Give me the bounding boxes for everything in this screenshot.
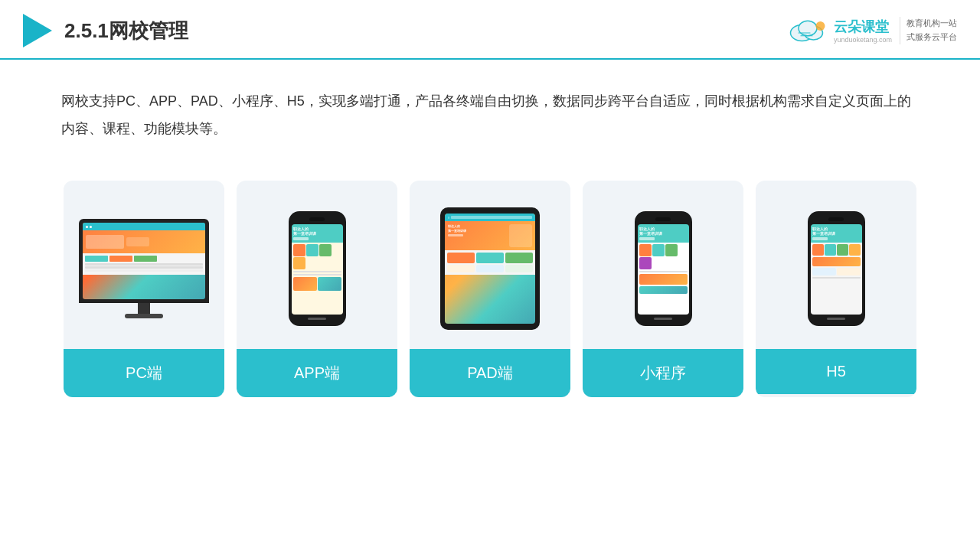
phone-notch — [309, 217, 325, 221]
card-pad-label: PAD端 — [410, 349, 570, 397]
tablet-body: ≡ 职达人的第一堂培训课 — [440, 207, 540, 330]
monitor-body — [79, 219, 209, 303]
phone-body: 职达人的第一堂培训课 — [289, 211, 346, 326]
card-miniprogram-label: 小程序 — [583, 349, 743, 397]
phone-screen-2: 职达人的第一堂培训课 — [638, 224, 689, 315]
card-app-label: APP端 — [237, 349, 397, 397]
phone-notch-2 — [655, 217, 671, 221]
card-pc-label: PC端 — [64, 349, 224, 397]
card-miniprogram-image: 职达人的第一堂培训课 — [583, 181, 743, 349]
phone-body-3: 职达人的第一堂培训课 — [808, 211, 865, 326]
card-h5-image: 职达人的第一堂培训课 — [756, 181, 916, 349]
miniprogram-phone-mockup: 职达人的第一堂培训课 — [635, 211, 692, 326]
brand-tagline: 教育机构一站式服务云平台 — [900, 17, 957, 44]
phone-notch-3 — [828, 217, 844, 221]
description-text: 网校支持PC、APP、PAD、小程序、H5，实现多端打通，产品各终端自由切换，数… — [0, 60, 980, 158]
card-pad-image: ≡ 职达人的第一堂培训课 — [410, 181, 570, 349]
brand-name: 云朵课堂 — [834, 18, 892, 36]
card-app: 职达人的第一堂培训课 — [237, 181, 397, 397]
phone-home-bar-3 — [827, 318, 845, 320]
phone-home-bar-2 — [654, 318, 672, 320]
phone-home-bar — [308, 318, 326, 320]
pad-tablet-mockup: ≡ 职达人的第一堂培训课 — [440, 207, 540, 330]
phone-screen: 职达人的第一堂培训课 — [292, 224, 343, 315]
svg-point-3 — [815, 21, 825, 31]
logo-triangle-icon — [23, 14, 52, 47]
card-app-image: 职达人的第一堂培训课 — [237, 181, 397, 349]
card-pc: PC端 — [64, 181, 224, 397]
cards-container: PC端 职达人的第一堂培训课 — [0, 158, 980, 420]
pc-monitor-mockup — [79, 219, 209, 318]
brand-area: 云朵课堂 yunduoketang.com 教育机构一站式服务云平台 — [785, 17, 957, 44]
page-title: 2.5.1网校管理 — [64, 18, 188, 44]
card-h5-label: H5 — [756, 349, 916, 394]
monitor-screen — [83, 223, 205, 299]
tablet-screen: ≡ 职达人的第一堂培训课 — [445, 214, 535, 324]
card-pc-image — [64, 181, 224, 349]
brand-url: yunduoketang.com — [834, 36, 892, 44]
card-pad: ≡ 职达人的第一堂培训课 — [410, 181, 570, 397]
header: 2.5.1网校管理 云朵课堂 yunduoketang.com 教育机构一站式服… — [0, 0, 980, 60]
card-miniprogram: 职达人的第一堂培训课 — [583, 181, 743, 397]
header-left: 2.5.1网校管理 — [23, 14, 188, 47]
phone-screen-3: 职达人的第一堂培训课 — [811, 224, 862, 315]
brand-cloud-icon — [785, 17, 831, 44]
h5-phone-mockup: 职达人的第一堂培训课 — [808, 211, 865, 326]
monitor-base — [125, 314, 163, 318]
svg-point-2 — [799, 21, 817, 36]
monitor-neck — [138, 303, 150, 314]
app-phone-mockup: 职达人的第一堂培训课 — [289, 211, 346, 326]
phone-body-2: 职达人的第一堂培训课 — [635, 211, 692, 326]
card-h5: 职达人的第一堂培训课 — [756, 181, 916, 397]
